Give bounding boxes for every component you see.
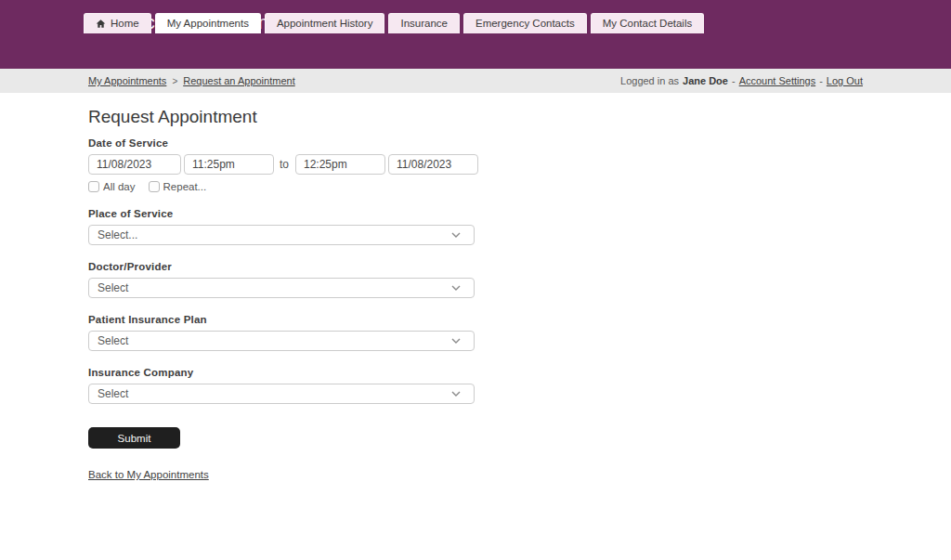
- breadcrumb: My Appointments > Request an Appointment: [88, 75, 295, 86]
- app-header: Practice Management System Home My Appoi…: [0, 0, 951, 69]
- breadcrumb-link-my-appointments[interactable]: My Appointments: [88, 75, 166, 86]
- tab-my-contact-details[interactable]: My Contact Details: [591, 13, 705, 33]
- start-time-input[interactable]: [184, 154, 274, 175]
- tab-label: Appointment History: [277, 18, 373, 29]
- to-label: to: [277, 158, 293, 171]
- all-day-checkbox[interactable]: [88, 181, 99, 192]
- selected-value: Select: [98, 281, 128, 294]
- insurance-company-select[interactable]: Select: [88, 384, 475, 404]
- session-info: Logged in as Jane Doe - Account Settings…: [620, 75, 863, 86]
- doctor-provider-select[interactable]: Select: [88, 278, 475, 298]
- main-nav: Home My Appointments Appointment History…: [84, 13, 704, 33]
- breadcrumb-separator: >: [172, 76, 177, 86]
- selected-value: Select...: [98, 228, 137, 241]
- account-settings-link[interactable]: Account Settings: [739, 75, 816, 86]
- chevron-down-icon: [451, 285, 461, 291]
- tab-home[interactable]: Home: [84, 13, 151, 33]
- tab-label: My Appointments: [167, 18, 249, 29]
- place-of-service-select[interactable]: Select...: [88, 225, 475, 245]
- start-date-input[interactable]: [88, 154, 181, 175]
- selected-value: Select: [98, 387, 128, 400]
- patient-insurance-plan-select[interactable]: Select: [88, 331, 475, 351]
- chevron-down-icon: [451, 391, 461, 397]
- insurance-company-label: Insurance Company: [88, 367, 870, 378]
- patient-insurance-plan-label: Patient Insurance Plan: [88, 314, 870, 325]
- utility-bar: My Appointments > Request an Appointment…: [0, 69, 951, 93]
- place-of-service-label: Place of Service: [88, 208, 870, 219]
- chevron-down-icon: [451, 232, 461, 238]
- patient-insurance-plan-group: Patient Insurance Plan Select: [88, 314, 870, 351]
- all-day-label: All day: [103, 181, 136, 192]
- submit-button[interactable]: Submit: [88, 427, 180, 449]
- repeat-label: Repeat...: [163, 181, 207, 192]
- tab-label: Insurance: [400, 18, 448, 29]
- doctor-provider-group: Doctor/Provider Select: [88, 261, 870, 298]
- end-time-input[interactable]: [295, 154, 385, 175]
- back-to-my-appointments-link[interactable]: Back to My Appointments: [88, 469, 209, 480]
- tab-my-appointments[interactable]: My Appointments: [155, 13, 261, 33]
- page-title: Request Appointment: [88, 107, 870, 127]
- session-separator: -: [732, 75, 736, 86]
- place-of-service-group: Place of Service Select...: [88, 208, 870, 245]
- home-icon: [96, 19, 106, 29]
- repeat-checkbox[interactable]: [149, 181, 160, 192]
- request-appointment-form: Request Appointment Date of Service to A…: [81, 93, 870, 482]
- tab-label: Emergency Contacts: [476, 18, 575, 29]
- logged-in-user: Jane Doe: [683, 75, 728, 86]
- insurance-company-group: Insurance Company Select: [88, 367, 870, 404]
- tab-emergency-contacts[interactable]: Emergency Contacts: [463, 13, 587, 33]
- log-out-link[interactable]: Log Out: [827, 75, 863, 86]
- session-prefix: Logged in as: [620, 75, 679, 86]
- session-separator: -: [819, 75, 823, 86]
- tab-label: Home: [111, 18, 139, 29]
- date-of-service-label: Date of Service: [88, 137, 870, 149]
- tab-insurance[interactable]: Insurance: [388, 13, 460, 33]
- tab-appointment-history[interactable]: Appointment History: [265, 13, 385, 33]
- chevron-down-icon: [451, 338, 461, 344]
- tab-label: My Contact Details: [603, 18, 693, 29]
- selected-value: Select: [98, 334, 128, 347]
- end-date-input[interactable]: [388, 154, 478, 175]
- breadcrumb-link-request-appointment[interactable]: Request an Appointment: [183, 75, 294, 86]
- date-of-service-group: Date of Service to All day Repeat...: [88, 137, 870, 192]
- doctor-provider-label: Doctor/Provider: [88, 261, 870, 272]
